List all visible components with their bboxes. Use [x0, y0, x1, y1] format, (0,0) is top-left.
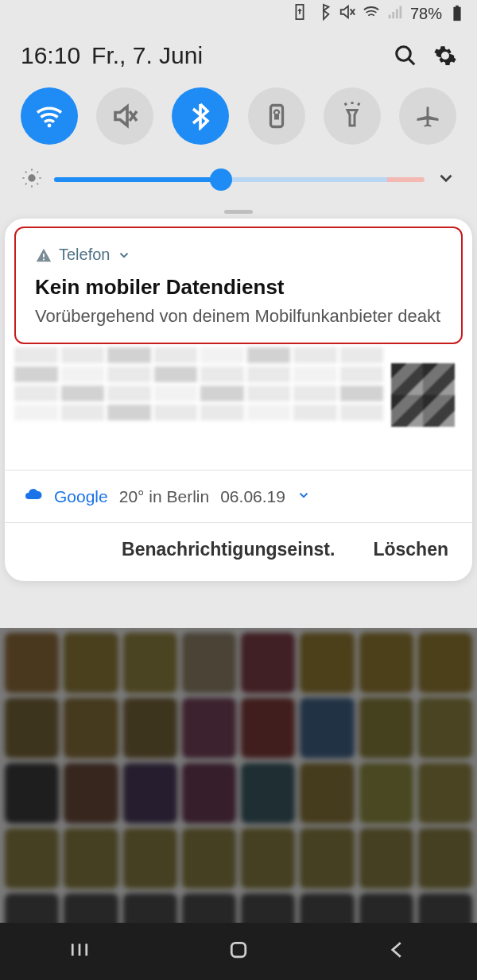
back-button[interactable]: [386, 938, 409, 965]
notification-redacted[interactable]: [14, 347, 463, 467]
cloud-icon: [24, 485, 43, 508]
search-button[interactable]: [391, 41, 420, 70]
brightness-expand[interactable]: [436, 168, 456, 192]
warning-icon: [35, 246, 52, 264]
svg-line-19: [37, 172, 38, 173]
notification-footer: Benachrichtigungseinst. Löschen: [5, 523, 472, 581]
svg-rect-3: [399, 6, 401, 18]
battery-percentage: 78%: [410, 5, 442, 23]
svg-rect-4: [453, 7, 460, 21]
weather-temp: 20° in Berlin: [119, 487, 209, 506]
svg-rect-21: [43, 258, 45, 260]
notification-body: Vorübergehend von deinem Mobilfunkanbiet…: [35, 306, 442, 327]
notification-header[interactable]: Telefon: [35, 246, 442, 264]
home-icon: [227, 938, 250, 962]
slider-fill: [54, 177, 221, 182]
svg-rect-20: [43, 254, 45, 258]
navigation-bar: [0, 923, 477, 980]
svg-rect-5: [456, 6, 459, 8]
qs-bluetooth[interactable]: [172, 87, 229, 145]
rotation-lock-icon: [262, 102, 291, 130]
search-icon: [394, 44, 417, 68]
notification-google-weather[interactable]: Google 20° in Berlin 06.06.19: [5, 471, 472, 522]
redacted-text: [14, 347, 383, 467]
svg-rect-2: [396, 9, 398, 18]
home-button[interactable]: [227, 938, 250, 965]
svg-point-8: [48, 124, 52, 128]
panel-header: 16:10 Fr., 7. Juni: [0, 27, 477, 76]
notification-phone[interactable]: Telefon Kein mobiler Datendienst Vorüber…: [14, 227, 463, 344]
airplane-icon: [413, 102, 442, 130]
wifi-status-icon: [363, 3, 380, 25]
brightness-icon: [21, 167, 43, 192]
qs-airplane[interactable]: [399, 87, 456, 145]
mute-icon: [111, 102, 139, 130]
redacted-thumbnail: [391, 363, 455, 427]
svg-rect-1: [392, 12, 394, 18]
battery-icon: [448, 5, 466, 22]
qs-flashlight[interactable]: [324, 87, 381, 145]
status-bar: 78%: [0, 0, 477, 27]
signal-status-icon: [386, 3, 404, 25]
qs-sound[interactable]: [96, 87, 153, 145]
svg-line-17: [37, 183, 38, 184]
svg-line-16: [25, 172, 27, 173]
notification-card: Telefon Kein mobiler Datendienst Vorüber…: [5, 219, 472, 581]
brightness-row: [0, 153, 477, 196]
data-saver-icon: [291, 3, 308, 25]
notification-app-label: Telefon: [59, 246, 111, 264]
recents-button[interactable]: [68, 938, 91, 965]
svg-point-11: [28, 174, 35, 181]
clock: 16:10: [21, 42, 80, 69]
chevron-down-icon: [436, 168, 456, 188]
settings-button[interactable]: [431, 41, 460, 70]
svg-line-7: [409, 59, 415, 65]
google-label: Google: [54, 487, 108, 506]
expand-weather[interactable]: [297, 487, 311, 506]
bluetooth-status-icon: [315, 3, 332, 25]
back-icon: [386, 938, 409, 962]
notification-settings-button[interactable]: Benachrichtigungseinst.: [122, 539, 335, 560]
wifi-icon: [35, 102, 64, 130]
weather-date: 06.06.19: [220, 487, 285, 506]
svg-rect-0: [389, 14, 391, 18]
panel-drag-handle[interactable]: [224, 210, 253, 214]
svg-line-18: [25, 183, 27, 184]
date[interactable]: Fr., 7. Juni: [91, 42, 380, 69]
quick-settings-row: [0, 76, 477, 153]
slider-thumb[interactable]: [210, 168, 232, 191]
svg-rect-25: [231, 943, 246, 957]
mute-status-icon: [339, 3, 356, 25]
background-emoji-grid: [0, 629, 477, 923]
brightness-slider[interactable]: [54, 170, 425, 189]
notification-title: Kein mobiler Datendienst: [35, 275, 442, 300]
qs-rotation[interactable]: [248, 87, 305, 145]
qs-wifi[interactable]: [21, 87, 78, 145]
gear-icon: [433, 44, 457, 68]
recents-icon: [68, 938, 91, 962]
clear-all-button[interactable]: Löschen: [373, 539, 448, 560]
svg-point-6: [397, 47, 411, 61]
chevron-down-icon: [297, 488, 311, 502]
flashlight-icon: [338, 102, 366, 130]
chevron-down-icon: [117, 248, 131, 262]
svg-rect-10: [274, 114, 279, 120]
bluetooth-icon: [186, 102, 215, 130]
